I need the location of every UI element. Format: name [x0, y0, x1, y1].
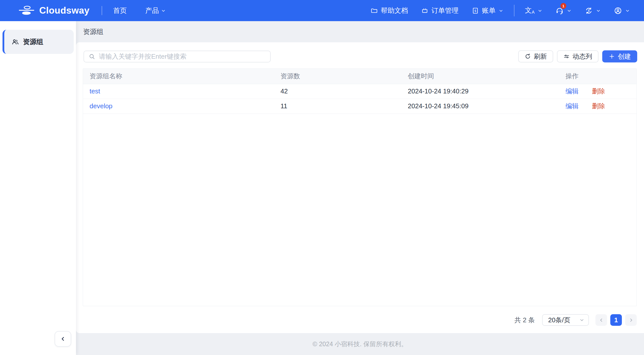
chevron-down-icon — [625, 8, 630, 13]
resource-group-table: 资源组名称 资源数 创建时间 操作 test 42 2024-10-24 19:… — [83, 68, 637, 306]
created-time-cell: 2024-10-24 19:45:09 — [401, 99, 559, 114]
chevron-down-icon — [538, 8, 542, 13]
navbar-left: Cloudsway 首页 产品 — [0, 5, 166, 16]
currency-exchange-icon: $ — [585, 7, 593, 15]
chevron-right-icon — [629, 318, 633, 323]
nav-support-notifications[interactable]: 1 — [555, 7, 572, 15]
chevron-down-icon — [161, 8, 166, 13]
page-size-value: 20条/页 — [548, 316, 570, 325]
dynamic-columns-button-label: 动态列 — [573, 52, 592, 61]
resource-group-link[interactable]: test — [90, 87, 100, 95]
search-box[interactable] — [84, 51, 271, 62]
folder-icon — [371, 7, 378, 14]
plus-icon — [609, 53, 615, 60]
cloudsway-logo-icon — [19, 5, 35, 16]
sidebar-item-resource-groups[interactable]: 资源组 — [3, 30, 74, 54]
bill-document-icon: $ — [472, 7, 479, 14]
resource-group-link[interactable]: develop — [90, 102, 112, 110]
page-number-button[interactable]: 1 — [610, 314, 622, 326]
language-icon: 文A — [525, 7, 535, 14]
sidebar-collapse-button[interactable] — [55, 331, 71, 347]
search-icon — [89, 53, 95, 60]
column-header-name: 资源组名称 — [83, 69, 274, 84]
brand-name: Cloudsway — [39, 5, 90, 16]
refresh-button[interactable]: 刷新 — [518, 50, 553, 62]
nav-user-account[interactable] — [614, 7, 630, 15]
nav-language-switcher[interactable]: 文A — [525, 7, 542, 14]
nav-order-management-label: 订单管理 — [431, 6, 459, 15]
delete-action-link[interactable]: 删除 — [592, 102, 605, 110]
table-row: develop 11 2024-10-24 19:45:09 编辑 删除 — [83, 99, 636, 114]
chevron-down-icon — [499, 8, 503, 13]
nav-home[interactable]: 首页 — [113, 6, 127, 15]
column-header-created: 创建时间 — [401, 69, 559, 84]
page-title: 资源组 — [83, 27, 103, 36]
content-card: 刷新 动态列 — [76, 42, 644, 333]
previous-page-button[interactable] — [595, 314, 607, 326]
navbar-divider — [514, 5, 514, 16]
breadcrumb: 资源组 — [76, 21, 644, 42]
pagination: 共 2 条 20条/页 1 — [514, 314, 637, 326]
refresh-icon — [525, 53, 531, 60]
pagination-total: 共 2 条 — [514, 316, 535, 325]
column-header-actions: 操作 — [559, 69, 636, 84]
nav-products-label: 产品 — [145, 6, 159, 15]
footer: © 2024 小宿科技. 保留所有权利。 — [76, 333, 644, 355]
sidebar-item-label: 资源组 — [23, 37, 43, 46]
navbar-divider — [102, 6, 102, 15]
svg-text:$: $ — [588, 9, 590, 13]
nav-help-docs-label: 帮助文档 — [381, 6, 408, 15]
column-header-count: 资源数 — [274, 69, 401, 84]
nav-products[interactable]: 产品 — [145, 6, 166, 15]
delete-action-link[interactable]: 删除 — [592, 87, 605, 95]
user-group-icon — [11, 38, 19, 46]
nav-order-management[interactable]: 订单管理 — [421, 6, 459, 15]
user-account-icon — [614, 7, 622, 15]
edit-action-link[interactable]: 编辑 — [566, 87, 579, 95]
nav-bills[interactable]: $ 账单 — [472, 6, 503, 15]
chevron-down-icon — [567, 8, 572, 13]
page-size-select[interactable]: 20条/页 — [542, 314, 589, 326]
top-navbar: Cloudsway 首页 产品 帮助文档 — [0, 0, 644, 21]
svg-text:$: $ — [474, 9, 476, 12]
nav-currency-exchange[interactable]: $ — [585, 7, 601, 15]
app-root: Cloudsway 首页 产品 帮助文档 — [0, 0, 644, 355]
search-input[interactable] — [99, 53, 266, 60]
brand[interactable]: Cloudsway — [19, 5, 90, 16]
dynamic-columns-button[interactable]: 动态列 — [557, 50, 598, 62]
refresh-button-label: 刷新 — [534, 52, 547, 61]
create-button[interactable]: 创建 — [602, 50, 637, 62]
toolbar-buttons: 刷新 动态列 — [518, 50, 637, 62]
sliders-icon — [563, 53, 570, 60]
navbar-right: 帮助文档 订单管理 $ 账单 — [371, 5, 644, 16]
create-button-label: 创建 — [618, 52, 631, 61]
created-time-cell: 2024-10-24 19:40:29 — [401, 84, 559, 99]
table-row: test 42 2024-10-24 19:40:29 编辑 删除 — [83, 84, 636, 99]
chevron-left-icon — [60, 336, 66, 342]
edit-action-link[interactable]: 编辑 — [566, 102, 579, 110]
headset-support-icon: 1 — [555, 7, 564, 15]
table-header-row: 资源组名称 资源数 创建时间 操作 — [83, 69, 636, 84]
resource-count-cell: 42 — [274, 84, 401, 99]
chevron-down-icon — [596, 8, 601, 13]
main-content: 资源组 — [76, 21, 644, 355]
copyright-text: © 2024 小宿科技. 保留所有权利。 — [313, 340, 408, 348]
sidebar: 资源组 — [0, 21, 76, 355]
resource-count-cell: 11 — [274, 99, 401, 114]
next-page-button[interactable] — [625, 314, 637, 326]
notification-badge: 1 — [560, 3, 566, 9]
nav-help-docs[interactable]: 帮助文档 — [371, 6, 408, 15]
nav-bills-label: 账单 — [482, 6, 496, 15]
order-box-icon — [421, 7, 428, 14]
chevron-down-icon — [579, 317, 584, 323]
nav-home-label: 首页 — [113, 6, 127, 15]
chevron-left-icon — [599, 318, 604, 323]
